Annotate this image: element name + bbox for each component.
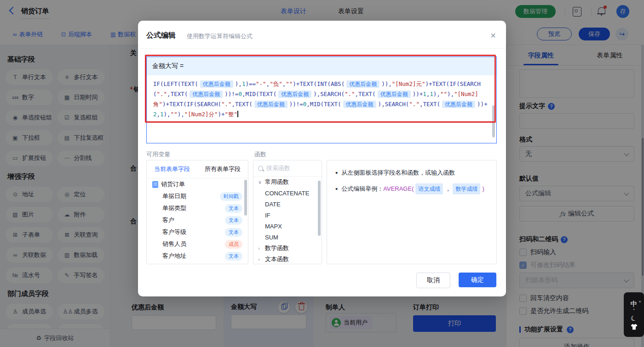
function-item[interactable]: DATE (253, 199, 322, 210)
tree-root[interactable]: 销货订单 (147, 178, 248, 190)
function-group[interactable]: ›文本函数 (253, 254, 322, 264)
variable-name: 单据日期 (162, 192, 217, 200)
tip-line: • 从左侧面板选择字段名和函数，或输入函数 (335, 168, 488, 178)
type-badge: 成员 (225, 240, 242, 249)
search-placeholder: 搜索函数 (266, 164, 290, 172)
variable-row[interactable]: 单据类型文本 (147, 202, 248, 214)
field-chip: 语文成绩 (415, 183, 443, 194)
form-doc-icon (152, 181, 158, 188)
bullet: • (335, 168, 338, 178)
chevron-collapsed-icon: › (258, 256, 263, 262)
close-icon[interactable]: × (487, 29, 500, 42)
type-badge: 文本 (225, 204, 242, 213)
variable-name: 客户 (162, 216, 222, 224)
variable-row-clipped (147, 262, 248, 264)
variables-scrollbar-thumb[interactable] (244, 180, 247, 216)
tip-text: 从左侧面板选择字段名和函数，或输入函数 (341, 168, 455, 178)
variable-row[interactable]: 客户地址文本 (147, 250, 248, 262)
variable-row[interactable]: 单据日期时间戳 (147, 190, 248, 202)
variable-row[interactable]: 销售人员成员 (147, 238, 248, 250)
function-group[interactable]: ∨常用函数 (253, 176, 322, 188)
app-window: 销货订单 表单设计 表单设置 数据管理 存 ∞ 表单外链 ⊡ 后端脚本 ▥ 数据… (0, 0, 644, 347)
function-item[interactable]: SUM (253, 232, 322, 243)
tab-current-form-fields[interactable]: 当前表单字段 (147, 160, 197, 178)
ime-moon-icon[interactable]: ☾ (630, 313, 638, 324)
chevron-expanded-icon: ∨ (258, 179, 263, 185)
bullet: • (335, 184, 338, 194)
function-item[interactable]: CONCATENATE (253, 188, 322, 199)
variable-row[interactable]: 客户等级文本 (147, 226, 248, 238)
group-label: 文本函数 (265, 255, 289, 263)
ime-punctuation-icon[interactable]: ’ (633, 309, 635, 313)
tab-all-form-fields[interactable]: 所有表单字段 (197, 160, 248, 178)
type-badge: 文本 (225, 252, 242, 261)
variables-tabs: 当前表单字段 所有表单字段 (147, 160, 248, 178)
functions-label: 函数 (254, 150, 266, 159)
function-search[interactable]: 搜索函数 (253, 160, 322, 176)
variable-name: 单据类型 (162, 204, 222, 212)
cancel-button[interactable]: 取消 (416, 273, 450, 288)
dialog-subtitle: 使用数学运算符编辑公式 (187, 32, 253, 40)
functions-panel: 搜索函数 ∨常用函数 CONCATENATE DATE IF MAPX SUM … (253, 160, 322, 264)
ime-skin-icon[interactable] (630, 324, 638, 330)
separator: ， (445, 184, 451, 194)
functions-scrollbar-thumb[interactable] (318, 181, 321, 236)
type-badge: 文本 (225, 228, 242, 237)
divider (138, 48, 506, 49)
type-badge: 文本 (225, 216, 242, 225)
type-badge: 时间戳 (220, 192, 242, 201)
ime-toolbar[interactable]: 中 ’ ☾ (624, 292, 644, 337)
example-paren: ) (482, 184, 484, 194)
example-function: AVERAGE( (383, 184, 414, 194)
annotation-highlight-box (145, 55, 496, 123)
search-icon (258, 166, 263, 171)
variable-name: 客户地址 (162, 252, 222, 260)
chevron-collapsed-icon: › (258, 245, 263, 251)
variables-label: 可用变量 (146, 150, 170, 159)
variable-name: 客户等级 (162, 228, 222, 236)
function-item[interactable]: MAPX (253, 221, 322, 232)
variables-panel: 当前表单字段 所有表单字段 销货订单 单据日期时间戳 单据类型文本 客户文本 客… (146, 160, 248, 264)
tip-text: 公式编辑举例： (341, 184, 383, 194)
dialog-title: 公式编辑 (146, 31, 176, 40)
ime-language-icon[interactable]: 中 (631, 300, 638, 308)
help-panel: • 从左侧面板选择字段名和函数，或输入函数 • 公式编辑举例： AVERAGE(… (327, 160, 497, 264)
function-item[interactable]: IF (253, 210, 322, 221)
group-label: 数学函数 (265, 244, 289, 252)
function-group[interactable]: ›数学函数 (253, 243, 322, 254)
group-label: 常用函数 (265, 178, 289, 186)
field-chip: 数学成绩 (453, 183, 480, 194)
tree-root-label: 销货订单 (161, 180, 242, 188)
variable-name: 销售人员 (162, 240, 222, 248)
confirm-button[interactable]: 确定 (459, 273, 496, 287)
variable-row[interactable]: 客户文本 (147, 214, 248, 226)
tip-example-line: • 公式编辑举例： AVERAGE( 语文成绩 ， 数学成绩 ) (335, 183, 488, 194)
